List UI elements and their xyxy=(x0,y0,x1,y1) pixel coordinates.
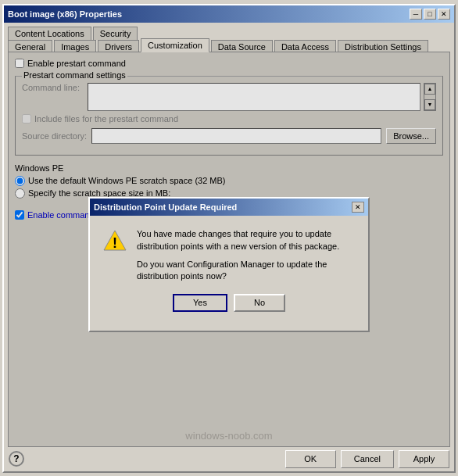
ok-button[interactable]: OK xyxy=(285,450,336,468)
no-button[interactable]: No xyxy=(234,294,285,312)
title-bar: Boot image (x86) Properties ─ □ ✕ xyxy=(4,5,454,23)
apply-button[interactable]: Apply xyxy=(399,450,449,468)
tab-row-2: General Images Drivers Customization Dat… xyxy=(4,38,454,52)
dialog-close-button[interactable]: ✕ xyxy=(352,202,364,213)
main-window: Boot image (x86) Properties ─ □ ✕ Conten… xyxy=(2,4,456,473)
close-button[interactable]: ✕ xyxy=(438,9,450,20)
tab-customization[interactable]: Customization xyxy=(141,38,209,52)
dialog-title-bar: Distribution Point Update Required ✕ xyxy=(90,199,368,216)
window-title: Boot image (x86) Properties xyxy=(8,9,122,19)
maximize-button[interactable]: □ xyxy=(424,9,436,20)
minimize-button[interactable]: ─ xyxy=(410,9,422,20)
cancel-button[interactable]: Cancel xyxy=(341,450,394,468)
svg-text:!: ! xyxy=(113,235,117,251)
help-button[interactable]: ? xyxy=(9,451,24,467)
dialog-overlay: Distribution Point Update Required ✕ ! xyxy=(9,52,449,446)
tab-row-1: Content Locations Security xyxy=(4,23,454,38)
tab-security[interactable]: Security xyxy=(93,27,138,40)
dialog-text-1: You have made changes that require you t… xyxy=(137,228,356,252)
dialog-content: ! You have made changes that require you… xyxy=(90,216,368,331)
title-bar-controls: ─ □ ✕ xyxy=(410,9,450,20)
warning-icon: ! xyxy=(102,228,127,255)
bottom-row: ? OK Cancel Apply xyxy=(4,447,454,471)
content-area: Enable prestart command Prestart command… xyxy=(8,52,450,447)
dialog-body-row: ! You have made changes that require you… xyxy=(102,228,356,283)
dialog-buttons: Yes No xyxy=(102,291,356,318)
dialog-title: Distribution Point Update Required xyxy=(94,202,237,212)
tab-content-locations[interactable]: Content Locations xyxy=(8,27,91,40)
dialog-text-2: Do you want Configuration Manager to upd… xyxy=(137,259,356,283)
action-buttons: OK Cancel Apply xyxy=(285,450,449,468)
distribution-point-dialog: Distribution Point Update Required ✕ ! xyxy=(88,197,370,332)
dialog-text-block: You have made changes that require you t… xyxy=(137,228,356,283)
yes-button[interactable]: Yes xyxy=(173,294,227,312)
